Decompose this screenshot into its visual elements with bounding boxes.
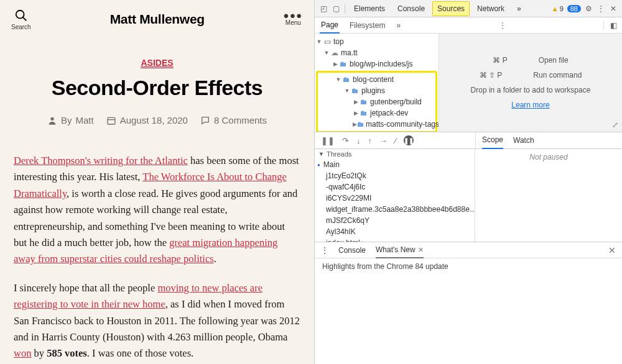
- step-out-icon[interactable]: ↑: [368, 136, 373, 145]
- thread-item[interactable]: index.html: [315, 237, 475, 242]
- open-file-label: Open file: [539, 56, 569, 65]
- author-prefix: By: [61, 115, 72, 125]
- toggle-navigator-icon[interactable]: ◧: [603, 21, 617, 30]
- lower-pane: ▼Threads Main j1tcyEo2tQk -qwafC4j6Ic i6…: [315, 149, 622, 242]
- device-icon[interactable]: ▢: [331, 4, 341, 14]
- deactivate-breakpoints-icon[interactable]: ⁄: [395, 136, 396, 145]
- tree-wp-includes[interactable]: ▶🖿blog/wp-includes/js: [315, 58, 439, 70]
- post-meta: By Matt August 18, 2020 8 Comments: [12, 115, 302, 125]
- learn-more-link[interactable]: Learn more: [511, 101, 549, 109]
- sources-info-pane: ⌘ POpen file ⌘ ⇧ PRun command Drop in a …: [439, 34, 622, 132]
- person-icon: [47, 116, 57, 125]
- separator: [345, 4, 345, 14]
- link-derek-thompson[interactable]: Derek Thompson's writing for the Atlanti…: [14, 155, 188, 166]
- thread-item[interactable]: j1tcyEo2tQk: [315, 170, 475, 181]
- comment-icon: [200, 116, 210, 125]
- post-content: Derek Thompson's writing for the Atlanti…: [12, 153, 302, 364]
- post-category: ASIDES: [12, 57, 302, 68]
- search-button[interactable]: Search: [11, 9, 31, 30]
- thread-item[interactable]: -qwafC4j6Ic: [315, 181, 475, 193]
- devtools-tabs: ◰ ▢ Elements Console Sources Network » ▲…: [315, 0, 622, 17]
- tree-blog-content[interactable]: ▼🖿blog-content: [318, 74, 435, 85]
- author-link[interactable]: Matt: [76, 115, 94, 125]
- tree-gutenberg[interactable]: ▶🖿gutenberg/build: [318, 96, 435, 107]
- paragraph-1: Derek Thompson's writing for the Atlanti…: [14, 153, 300, 268]
- highlighted-folders: ▼🖿blog-content ▼🖿plugins ▶🖿gutenberg/bui…: [316, 71, 437, 132]
- tree-matt[interactable]: ▼☁ma.tt: [315, 47, 439, 58]
- run-command-label: Run command: [533, 71, 582, 80]
- tab-console[interactable]: Console: [392, 1, 430, 16]
- thread-item[interactable]: mJSf2Ck6qY: [315, 215, 475, 226]
- post-title: Second-Order Effects: [12, 76, 302, 100]
- link-won[interactable]: won: [14, 347, 31, 359]
- comments-link[interactable]: 8 Comments: [214, 115, 267, 125]
- tab-sources[interactable]: Sources: [432, 1, 470, 16]
- inspect-icon[interactable]: ◰: [318, 4, 328, 14]
- site-header: Search Matt Mullenweg ••• Menu: [0, 0, 314, 39]
- close-icon[interactable]: ✕: [608, 4, 618, 14]
- close-drawer-icon[interactable]: ✕: [608, 245, 616, 255]
- vote-count: 585 votes: [47, 347, 87, 359]
- shortcut-run: ⌘ ⇧ P: [480, 71, 503, 80]
- step-icon[interactable]: →: [379, 136, 388, 145]
- pause-exceptions-icon[interactable]: ❚❚: [404, 135, 414, 145]
- svg-rect-3: [108, 117, 115, 124]
- svg-point-2: [50, 117, 53, 120]
- drawer-body: Highlights from the Chrome 84 update: [315, 258, 622, 364]
- shortcut-open: ⌘ P: [493, 56, 507, 65]
- run-command-row: ⌘ ⇧ PRun command: [480, 71, 582, 80]
- meta-date: August 18, 2020: [106, 115, 188, 125]
- warnings-badge[interactable]: ▲9 88: [552, 5, 581, 12]
- open-file-row: ⌘ POpen file: [493, 56, 568, 65]
- step-over-icon[interactable]: ↷: [342, 136, 349, 145]
- menu-dots-icon: •••: [284, 13, 303, 19]
- thread-item[interactable]: Ayl34hIK: [315, 226, 475, 237]
- search-label: Search: [11, 24, 31, 30]
- paragraph-2: I sincerely hope that all the people mov…: [14, 280, 300, 362]
- meta-author: By Matt: [47, 115, 94, 125]
- menu-button[interactable]: ••• Menu: [284, 13, 303, 26]
- pause-icon[interactable]: ❚❚: [321, 136, 335, 145]
- tab-watch[interactable]: Watch: [513, 132, 534, 148]
- drop-text: Drop in a folder to add to workspace: [471, 86, 591, 94]
- post: ASIDES Second-Order Effects By Matt Augu…: [0, 39, 314, 364]
- search-icon: [14, 9, 28, 24]
- meta-comments[interactable]: 8 Comments: [200, 115, 267, 125]
- thread-item[interactable]: widget_iframe.3c5aa8e2a38bbbee4b6d88e…: [315, 204, 475, 215]
- tree-top[interactable]: ▼▭top: [315, 36, 439, 47]
- threads-header[interactable]: ▼Threads: [315, 149, 475, 159]
- settings-icon[interactable]: ⚙: [583, 4, 593, 14]
- svg-line-1: [23, 17, 27, 20]
- thread-item[interactable]: i6CYSv229MI: [315, 193, 475, 204]
- drawer-tab-whatsnew[interactable]: What's New✕: [376, 242, 424, 258]
- subtab-menu-icon[interactable]: ⋮: [499, 21, 506, 30]
- subtab-more[interactable]: »: [395, 18, 402, 33]
- step-into-icon[interactable]: ↓: [356, 136, 361, 145]
- drawer-tab-console[interactable]: Console: [338, 246, 366, 255]
- tree-plugins[interactable]: ▼🖿plugins: [318, 85, 435, 96]
- drawer-menu-icon[interactable]: ⋮: [321, 246, 328, 255]
- sources-body: ▼▭top ▼☁ma.tt ▶🖿blog/wp-includes/js ▼🖿bl…: [315, 34, 622, 132]
- subtab-page[interactable]: Page: [320, 17, 340, 34]
- thread-main[interactable]: Main: [315, 159, 475, 170]
- subtab-filesystem[interactable]: Filesystem: [348, 18, 386, 33]
- tab-elements[interactable]: Elements: [349, 1, 390, 16]
- file-tree[interactable]: ▼▭top ▼☁ma.tt ▶🖿blog/wp-includes/js ▼🖿bl…: [315, 34, 439, 132]
- tree-matts-tags[interactable]: ▶🖿matts-community-tags: [318, 119, 435, 130]
- info-badge: 88: [567, 5, 581, 12]
- debugger-toolbar: ❚❚ ↷ ↓ ↑ → ⁄ ❚❚ Scope Watch: [315, 132, 622, 149]
- site-title[interactable]: Matt Mullenweg: [110, 12, 205, 27]
- drawer-tabs: ⋮ Console What's New✕ ✕: [315, 242, 622, 258]
- svg-point-0: [16, 10, 24, 18]
- close-tab-icon[interactable]: ✕: [415, 246, 424, 253]
- more-menu-icon[interactable]: ⋮: [596, 4, 606, 14]
- expand-icon[interactable]: ⤢: [612, 121, 618, 129]
- tree-jetpack[interactable]: ▶🖿jetpack-dev: [318, 107, 435, 119]
- calendar-icon: [106, 116, 116, 125]
- category-link[interactable]: ASIDES: [141, 58, 173, 68]
- tab-more[interactable]: »: [512, 1, 526, 16]
- tab-network[interactable]: Network: [472, 1, 509, 16]
- tab-scope[interactable]: Scope: [482, 132, 503, 149]
- threads-panel: ▼Threads Main j1tcyEo2tQk -qwafC4j6Ic i6…: [315, 149, 475, 242]
- date-text: August 18, 2020: [120, 115, 188, 125]
